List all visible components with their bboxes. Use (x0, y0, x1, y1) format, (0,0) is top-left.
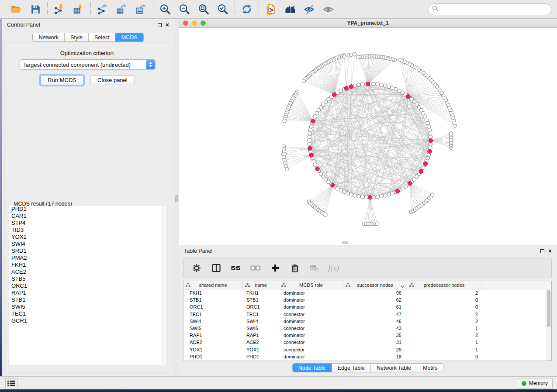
tab-edge-table[interactable]: Edge Table (332, 364, 370, 372)
column-header-mcds-role[interactable]: MCDS role (279, 281, 343, 289)
mcds-result-list[interactable]: PHD1CAR1STP4TID3YOX1SWI4SRD1PMA2FKH1ACE2… (9, 206, 166, 365)
splitter-grip[interactable] (175, 195, 178, 202)
function-builder-icon[interactable]: f(x) (328, 264, 339, 273)
table-row[interactable]: FKH1FKH1dominator962 (183, 289, 546, 296)
show-columns-icon[interactable] (210, 262, 222, 274)
mcds-result-item[interactable]: ACE2 (9, 268, 166, 275)
mcds-result-item[interactable]: ORC1 (9, 282, 166, 289)
zoom-fit-icon[interactable] (197, 3, 210, 15)
mcds-result-item[interactable]: TID3 (9, 227, 166, 234)
run-mcds-button[interactable]: Run MCDS (40, 75, 84, 85)
mcds-result-item[interactable]: STB1 (9, 296, 166, 303)
search-box[interactable] (428, 3, 551, 15)
horizontal-splitter-grip[interactable] (342, 241, 348, 244)
cell-mcds-role: connector (279, 346, 343, 353)
settings-gear-icon[interactable] (190, 262, 203, 274)
mcds-result-item[interactable]: SRD1 (9, 248, 166, 254)
column-header-shared-name[interactable]: shared name (183, 281, 243, 289)
cell-shared-name: SWI5 (183, 325, 243, 332)
mcds-result-item[interactable]: RAP1 (9, 289, 166, 296)
float-window-icon[interactable] (158, 23, 162, 27)
tab-select[interactable]: Select (88, 33, 115, 41)
houses-icon[interactable] (284, 3, 296, 15)
tab-network-table[interactable]: Network Table (370, 364, 417, 372)
table-row[interactable]: ORC1ORC1dominator610 (183, 303, 546, 310)
mcds-result-item[interactable]: GCR1 (9, 317, 166, 324)
mcds-result-item[interactable]: STP4 (9, 220, 166, 227)
mcds-result-item[interactable]: FKH1 (9, 261, 166, 268)
table-vertical-scrollbar[interactable] (546, 289, 551, 361)
zoom-out-icon[interactable] (178, 3, 190, 15)
tab-node-table[interactable]: Node Table (293, 364, 332, 372)
column-header-successor-nodes[interactable]: successor nodes (343, 281, 407, 289)
zoom-selected-icon[interactable] (217, 3, 229, 15)
add-column-icon[interactable] (269, 262, 281, 274)
show-all-eye-icon[interactable] (322, 3, 335, 15)
cell-successor-nodes: 31 (343, 339, 407, 346)
hide-selected-eye-slash-icon[interactable] (303, 3, 315, 15)
network-titlebar[interactable]: YPA_prune.txt_1 (179, 19, 557, 28)
table-row[interactable]: PHD1PHD1dominator180 (183, 353, 546, 360)
criterion-dropdown[interactable]: largest connected component (undirected) (20, 59, 156, 70)
import-network-icon[interactable] (53, 3, 66, 15)
close-panel-icon[interactable]: × (166, 23, 169, 27)
network-document-icon[interactable] (265, 3, 277, 15)
delete-table-icon[interactable] (308, 262, 321, 274)
close-panel-icon[interactable]: × (548, 249, 552, 253)
cell-shared-name: STB1 (183, 296, 243, 303)
table-row[interactable]: YOX1YOX1connector291 (183, 346, 546, 353)
network-title: YPA_prune.txt_1 (179, 20, 557, 26)
export-table-icon[interactable] (116, 3, 128, 15)
import-table-icon[interactable] (73, 3, 85, 15)
zoom-in-icon[interactable] (159, 3, 171, 15)
table-row[interactable]: TEC1TEC1connector472 (183, 311, 546, 318)
mcds-result-item[interactable]: STB5 (9, 275, 166, 282)
task-history-button[interactable] (5, 378, 17, 388)
tab-network[interactable]: Network (33, 33, 64, 41)
column-header-predecessor-nodes[interactable]: predecessor nodes (407, 281, 481, 289)
cell-shared-name: ORC1 (183, 303, 243, 310)
table-row[interactable]: RAP1RAP1dominator352 (183, 332, 546, 339)
mcds-result-item[interactable]: YOX1 (9, 234, 166, 241)
export-network-icon[interactable] (97, 3, 109, 15)
cell-predecessor-nodes: 1 (407, 325, 481, 332)
table-row[interactable]: SWI4SWI4dominator462 (183, 318, 546, 325)
cell-predecessor-nodes: 2 (407, 311, 481, 318)
mcds-result-item[interactable]: SWI4 (9, 241, 166, 248)
select-all-icon[interactable] (230, 262, 242, 274)
save-session-icon[interactable] (29, 3, 42, 15)
tab-mcds[interactable]: MCDS (115, 33, 143, 41)
mcds-result-item[interactable]: PMA2 (9, 254, 166, 261)
column-header-name[interactable]: name (243, 281, 279, 289)
deselect-all-icon[interactable] (249, 262, 262, 274)
mcds-result-item[interactable]: PHD1 (9, 206, 166, 213)
control-panel-title: Control Panel (7, 22, 40, 28)
refresh-icon[interactable] (241, 3, 253, 15)
search-input[interactable] (441, 5, 551, 14)
table-row[interactable]: SWI5SWI5connector431 (183, 325, 546, 332)
column-type-icon (409, 283, 414, 288)
open-session-icon[interactable] (10, 3, 22, 15)
vertical-splitter[interactable] (174, 19, 179, 376)
cell-mcds-role: dominator (279, 332, 343, 339)
mcds-result-item[interactable]: CAR1 (9, 213, 166, 220)
cell-mcds-role: dominator (279, 289, 343, 296)
export-image-icon[interactable] (135, 3, 147, 15)
network-view[interactable] (179, 28, 557, 245)
delete-column-icon[interactable] (289, 262, 301, 274)
table-row[interactable]: STB1STB1dominator620 (183, 296, 546, 303)
mcds-result-item[interactable]: TEC1 (9, 310, 166, 317)
network-canvas[interactable] (179, 28, 557, 245)
tab-style[interactable]: Style (64, 33, 88, 41)
main-toolbar (0, 0, 557, 19)
memory-button[interactable]: Memory (517, 378, 553, 389)
cell-predecessor-nodes: 2 (407, 332, 481, 339)
mcds-result-item[interactable]: SWI5 (9, 303, 166, 310)
tab-motifs[interactable]: Motifs (417, 364, 443, 372)
float-window-icon[interactable] (540, 249, 544, 253)
scrollbar-thumb[interactable] (547, 290, 550, 327)
table-row[interactable]: ACE2ACE2connector311 (183, 339, 546, 346)
close-panel-button[interactable]: Close panel (90, 75, 135, 85)
mcds-list-scrollbar[interactable] (161, 206, 166, 365)
cell-successor-nodes: 62 (343, 296, 407, 303)
